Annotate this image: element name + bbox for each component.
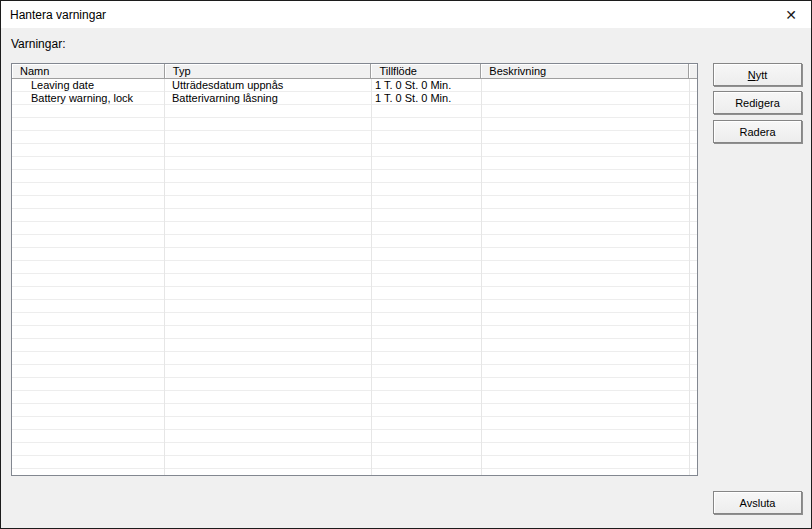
- column-divider: [371, 79, 372, 475]
- table-row[interactable]: Leaving date Utträdesdatum uppnås 1 T. 0…: [12, 79, 697, 92]
- cell-type: Utträdesdatum uppnås: [165, 79, 372, 92]
- cell-description: [482, 92, 697, 105]
- new-button-label-rest: ytt: [756, 69, 768, 81]
- cell-type: Batterivarning låsning: [165, 92, 372, 105]
- listview-header: Namn Typ Tillflöde Beskrivning: [12, 64, 697, 79]
- exit-button[interactable]: Avsluta: [713, 491, 802, 514]
- column-header-tillflode[interactable]: Tillflöde: [371, 64, 481, 78]
- column-header-typ[interactable]: Typ: [165, 64, 372, 78]
- close-button[interactable]: ✕: [771, 1, 811, 28]
- close-icon: ✕: [785, 8, 797, 22]
- cell-inflow: 1 T. 0 St. 0 Min.: [372, 92, 482, 105]
- column-divider: [689, 79, 690, 475]
- cell-inflow: 1 T. 0 St. 0 Min.: [372, 79, 482, 92]
- cell-description: [482, 79, 697, 92]
- column-header-namn[interactable]: Namn: [12, 64, 165, 78]
- new-button[interactable]: Nytt: [713, 63, 802, 86]
- new-button-mnemonic: N: [748, 69, 756, 81]
- delete-button[interactable]: Radera: [713, 120, 802, 143]
- warnings-listview: Namn Typ Tillflöde Beskrivning Leaving d…: [11, 63, 698, 476]
- edit-button[interactable]: Redigera: [713, 91, 802, 114]
- table-row[interactable]: Battery warning, lock Batterivarning lås…: [12, 92, 697, 105]
- window-title: Hantera varningar: [1, 8, 106, 22]
- warnings-label: Varningar:: [11, 37, 65, 51]
- cell-name: Battery warning, lock: [12, 92, 165, 105]
- column-header-filler: [689, 64, 697, 78]
- manage-warnings-dialog: Hantera varningar ✕ Varningar: Namn Typ …: [0, 0, 812, 529]
- cell-name: Leaving date: [12, 79, 165, 92]
- column-divider: [481, 79, 482, 475]
- listview-body: Leaving date Utträdesdatum uppnås 1 T. 0…: [12, 79, 697, 475]
- column-divider: [164, 79, 165, 475]
- titlebar: Hantera varningar ✕: [1, 1, 811, 28]
- column-header-beskrivning[interactable]: Beskrivning: [481, 64, 689, 78]
